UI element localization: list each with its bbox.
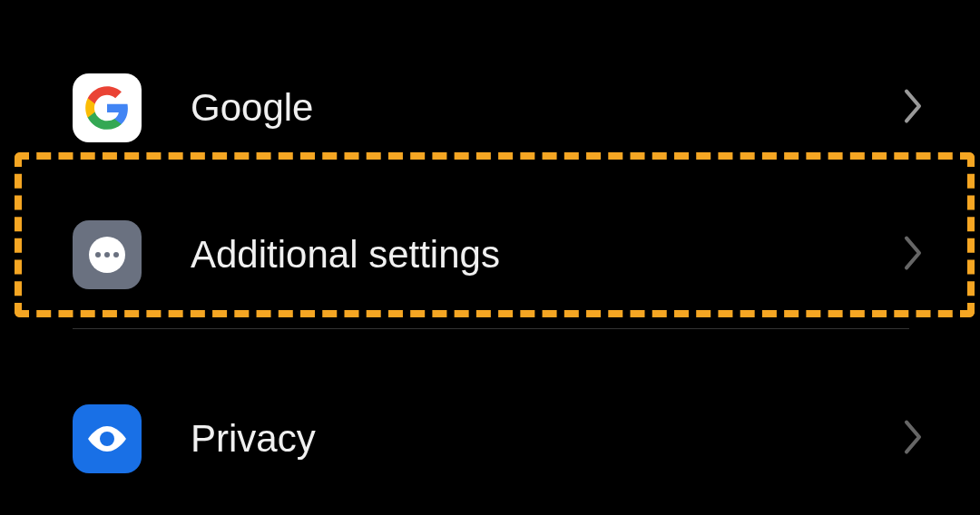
settings-item-label: Additional settings: [191, 233, 900, 277]
settings-item-privacy[interactable]: Privacy: [0, 365, 980, 512]
google-icon: [73, 73, 142, 142]
chevron-right-icon: [900, 234, 926, 276]
settings-item-label: Google: [191, 86, 900, 130]
privacy-icon: [73, 404, 142, 473]
chevron-right-icon: [900, 418, 926, 460]
settings-list: Google Additional settings: [0, 0, 980, 512]
svg-point-0: [100, 432, 114, 446]
divider: [73, 328, 909, 329]
settings-item-google[interactable]: Google: [0, 34, 980, 181]
settings-item-additional-settings[interactable]: Additional settings: [0, 181, 980, 328]
more-icon: [73, 220, 142, 289]
settings-item-label: Privacy: [191, 417, 900, 461]
chevron-right-icon: [900, 87, 926, 129]
